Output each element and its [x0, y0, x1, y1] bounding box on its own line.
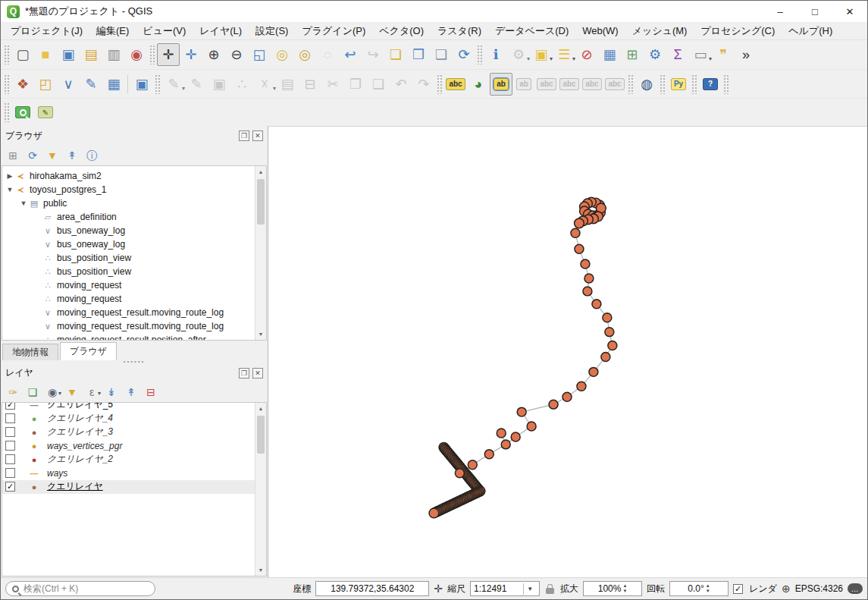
toolbar-drag-handle[interactable] — [155, 74, 161, 94]
sum-statistics-button[interactable]: Σ — [666, 43, 689, 66]
save-layer-edits-button[interactable]: ▣ — [208, 73, 230, 96]
expander-open-icon[interactable]: ▼ — [5, 186, 14, 193]
menu-item-1[interactable]: 編集(E) — [89, 23, 136, 39]
tree-item[interactable]: ▼▤public — [2, 196, 255, 210]
toolbar-drag-handle[interactable] — [477, 45, 483, 64]
remove-layer-button[interactable]: ⊟ — [142, 384, 160, 401]
pin-labels-button[interactable]: ab — [490, 73, 512, 96]
show-bookmarks-button[interactable]: ❐ — [407, 43, 430, 66]
spin-up-icon[interactable]: ▲ — [706, 583, 710, 589]
maximize-button[interactable]: □ — [797, 1, 832, 22]
lock-scale-icon[interactable] — [546, 588, 554, 594]
rotate-label-button[interactable]: abc — [581, 73, 603, 96]
tree-item[interactable]: ∴bus_position_view — [2, 265, 255, 278]
new-geopackage-layer-button[interactable]: ◰ — [34, 73, 57, 96]
paste-features-button[interactable]: ❑ — [367, 73, 390, 96]
toolbar-overflow-button[interactable]: » — [735, 43, 757, 66]
add-feature-button[interactable]: ∴ — [230, 73, 253, 96]
filter-browser-button[interactable]: ▼ — [43, 147, 61, 164]
run-feature-action-button[interactable]: ⚙▾ — [507, 43, 530, 66]
toolbar-drag-handle[interactable] — [628, 74, 634, 94]
spin-up-icon[interactable]: ▲ — [622, 583, 627, 589]
toolbar-drag-handle[interactable] — [4, 74, 10, 94]
attribute-table-button[interactable]: ▦ — [598, 43, 621, 66]
layout-manager-button[interactable]: ▥ — [102, 43, 125, 66]
menu-item-3[interactable]: レイヤ(L) — [193, 23, 249, 39]
coordinate-input[interactable]: 139.79372,35.64302 — [315, 581, 429, 596]
chevron-down-icon[interactable]: ▼ — [523, 583, 536, 595]
zoom-in-button[interactable]: ⊕ — [202, 43, 225, 66]
layers-scrollbar[interactable]: ▲ ▼ — [255, 403, 266, 576]
vertex-tool-button[interactable]: ☓▾ — [253, 73, 276, 96]
expand-all-button[interactable]: ↡ — [102, 384, 121, 401]
menu-item-12[interactable]: ヘルプ(H) — [782, 23, 839, 39]
new-project-button[interactable]: ▢ — [11, 43, 34, 66]
magnifier-spinbox[interactable]: 100% ▲▼ — [583, 581, 642, 596]
properties-button[interactable]: ⓘ — [83, 147, 101, 164]
browser-tree-scrollbar[interactable]: ▲ ▼ — [255, 166, 266, 340]
scroll-up-icon[interactable]: ▲ — [255, 166, 266, 177]
bookmark-manager-button[interactable]: ❑ — [430, 43, 453, 66]
collapse-all-button[interactable]: ↟ — [63, 147, 81, 164]
layer-checkbox[interactable] — [5, 468, 15, 478]
new-spatialite-layer-button[interactable]: ✎ — [80, 73, 102, 96]
python-console-button[interactable]: Py — [667, 73, 690, 96]
tab-feature-info[interactable]: 地物情報 — [2, 344, 58, 360]
pan-to-selection-button[interactable]: ✛ — [180, 43, 202, 66]
toolbar-drag-handle[interactable] — [149, 45, 155, 64]
zoom-last-button[interactable]: ↩ — [339, 43, 362, 66]
add-group-button[interactable]: ❏ — [24, 384, 42, 401]
pan-map-button[interactable]: ✛ — [157, 43, 180, 66]
highlight-pinned-labels-button[interactable]: ab — [512, 73, 535, 96]
processing-toolbox-button[interactable]: ⚙ — [644, 43, 666, 66]
layers-close-button[interactable]: ✕ — [252, 368, 263, 379]
redo-button[interactable]: ↷ — [412, 73, 435, 96]
select-by-expression-button[interactable]: ☰▾ — [553, 43, 575, 66]
cut-features-button[interactable]: ✂ — [321, 73, 344, 96]
filter-expression-button[interactable]: ε▾ — [83, 384, 101, 401]
quick-map-edit-plugin-button[interactable]: ✎ — [34, 101, 57, 124]
scroll-up-icon[interactable]: ▲ — [255, 403, 266, 414]
search-plugin-button[interactable] — [11, 101, 34, 124]
help-button[interactable]: ? — [699, 73, 722, 96]
scale-combobox[interactable]: 1:12491 ▼ — [470, 581, 540, 596]
new-shapefile-layer-button[interactable]: ∨ — [57, 73, 80, 96]
messages-icon[interactable]: … — [848, 583, 863, 594]
extents-toggle-icon[interactable]: ✛ — [434, 583, 443, 595]
tree-item[interactable]: ▱area_definition — [2, 210, 255, 224]
map-tips-button[interactable]: ❞ — [712, 43, 735, 66]
layer-row[interactable]: ●クエリレイヤ_4 — [2, 412, 255, 426]
save-project-button[interactable]: ▣ — [57, 43, 80, 66]
current-edits-button[interactable]: ✎▾ — [162, 73, 185, 96]
zoom-to-layer-button[interactable]: ◎ — [293, 43, 316, 66]
toolbar-drag-handle[interactable] — [660, 74, 666, 94]
layers-float-button[interactable]: ❐ — [239, 368, 249, 379]
open-project-button[interactable]: ■ — [34, 43, 57, 66]
expander-open-icon[interactable]: ▼ — [19, 199, 28, 207]
menu-item-9[interactable]: Web(W) — [575, 24, 625, 38]
tree-item[interactable]: ∨bus_oneway_log — [2, 224, 255, 237]
crs-indicator[interactable]: EPSG:4326 — [795, 583, 843, 594]
menu-item-8[interactable]: データベース(D) — [488, 23, 575, 39]
new-virtual-layer-button[interactable]: ▣ — [130, 73, 153, 96]
delete-selected-button[interactable]: ⊟ — [299, 73, 321, 96]
browser-float-button[interactable]: ❐ — [239, 130, 249, 141]
layer-checkbox[interactable] — [5, 413, 15, 423]
layer-checkbox[interactable] — [5, 454, 15, 464]
manage-visibility-button-dropdown[interactable]: ▾ — [58, 390, 61, 397]
toggle-editing-button[interactable]: ✎ — [185, 73, 208, 96]
layer-checkbox[interactable]: ✓ — [5, 482, 15, 492]
browser-close-button[interactable]: ✕ — [252, 130, 263, 141]
map-canvas[interactable] — [268, 126, 867, 577]
refresh-browser-button[interactable]: ⟳ — [24, 147, 42, 164]
new-print-layout-button[interactable]: ▤ — [80, 43, 102, 66]
open-layer-styling-button[interactable]: ✑ — [4, 384, 22, 401]
identify-features-button[interactable]: ℹ — [484, 43, 507, 66]
menu-item-4[interactable]: 設定(S) — [249, 23, 295, 39]
layer-row[interactable]: ✓●クエリレイヤ — [2, 480, 255, 494]
tree-item[interactable]: ▶≺hirohakama_sim2 — [2, 169, 255, 183]
change-label-button[interactable]: abc — [603, 73, 626, 96]
spin-down-icon[interactable]: ▼ — [706, 589, 710, 594]
menu-item-2[interactable]: ビュー(V) — [136, 23, 193, 39]
menu-item-7[interactable]: ラスタ(R) — [431, 23, 488, 39]
